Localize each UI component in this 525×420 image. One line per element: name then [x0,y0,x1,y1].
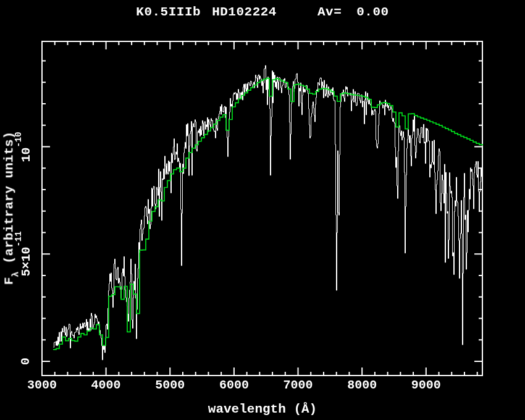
star-id-label: HD102224 [212,5,277,19]
x-tick-label-4000: 4000 [91,378,121,392]
spectrum-figure: K0.5IIIbHD102224Av=0.00 wavelength (Å) F… [0,0,525,420]
y-tick-label-10: 10-10 [17,132,33,162]
plot-title: K0.5IIIbHD102224Av=0.00 [0,5,525,19]
x-axis-label: wavelength (Å) [0,402,525,416]
extinction-label: Av= [317,5,342,19]
y-axis-symbol: F [2,277,16,285]
y-tick-label-5: 5×10-11 [17,232,33,277]
y-axis-label: Fλ (arbitrary units) [2,132,19,285]
spectrum-plot-canvas [0,0,525,420]
x-tick-label-5000: 5000 [155,378,185,392]
extinction-value: 0.00 [356,5,388,19]
x-tick-label-7000: 7000 [284,378,313,392]
spectral-type-label: K0.5IIIb [136,5,201,19]
y-tick-label-0: 0 [19,358,33,365]
x-tick-label-6000: 6000 [219,378,249,392]
x-tick-label-8000: 8000 [347,378,377,392]
x-tick-label-9000: 9000 [411,378,441,392]
x-tick-label-3000: 3000 [27,378,57,392]
